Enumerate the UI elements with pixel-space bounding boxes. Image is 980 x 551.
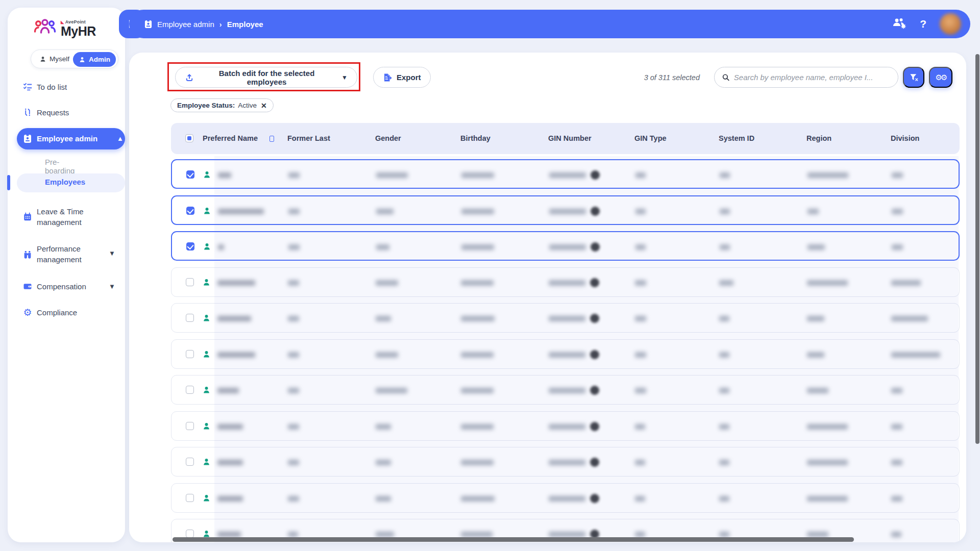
- sidebar-item-leave-time[interactable]: Leave & Time management: [8, 206, 125, 228]
- table-row[interactable]: [171, 195, 960, 225]
- blurred-birthday: [461, 244, 494, 250]
- blurred-gin-type: [635, 280, 646, 286]
- row-checkbox[interactable]: [186, 278, 194, 286]
- blurred-birthday: [461, 460, 494, 465]
- column-header-gin-type: GIN Type: [634, 123, 667, 154]
- eye-icon[interactable]: [590, 494, 599, 503]
- eye-icon[interactable]: [590, 314, 599, 323]
- eye-icon[interactable]: [590, 458, 599, 467]
- masked-gin-number: [549, 388, 585, 393]
- sidebar-item-employee-admin[interactable]: Employee admin ▲: [17, 128, 125, 149]
- eye-icon[interactable]: [591, 242, 600, 252]
- column-header-preferred-name: Preferred Name: [203, 123, 258, 154]
- blurred-system-id: [720, 172, 730, 178]
- blurred-gin-type: [635, 172, 646, 178]
- blurred-name: [217, 388, 239, 393]
- search-input[interactable]: [734, 73, 891, 82]
- employee-person-icon: [203, 170, 211, 181]
- user-avatar[interactable]: [940, 13, 961, 35]
- eye-icon[interactable]: [590, 350, 599, 359]
- row-checkbox[interactable]: [186, 170, 194, 179]
- wallet-icon: [23, 282, 32, 291]
- select-all-checkbox[interactable]: [185, 134, 193, 142]
- table-row[interactable]: [171, 303, 960, 333]
- breadcrumb-section[interactable]: Employee admin: [157, 20, 214, 29]
- sidebar-item-employees[interactable]: Employees: [17, 173, 125, 192]
- badge-icon: [144, 20, 152, 29]
- row-checkbox[interactable]: [186, 422, 194, 430]
- clear-filter-button[interactable]: [903, 67, 924, 88]
- admin-users-icon[interactable]: [892, 17, 906, 31]
- blurred-division: [891, 388, 902, 393]
- employee-person-icon: [203, 207, 211, 217]
- horizontal-scrollbar[interactable]: [173, 537, 854, 542]
- table-row[interactable]: [171, 375, 960, 405]
- blurred-name: [217, 316, 251, 321]
- close-icon[interactable]: ✕: [261, 102, 267, 110]
- blurred-region: [807, 316, 824, 321]
- blurred-birthday: [461, 532, 493, 537]
- column-header-birthday: Birthday: [460, 123, 491, 154]
- eye-icon[interactable]: [591, 170, 600, 180]
- blurred-region: [807, 172, 848, 178]
- eye-icon[interactable]: [590, 422, 599, 431]
- sidebar-item-compliance[interactable]: ⚙ Compliance: [8, 307, 125, 318]
- pin-column-icon[interactable]: [270, 136, 274, 142]
- blurred-birthday: [461, 209, 494, 214]
- blurred-division: [891, 496, 902, 502]
- sidebar-item-todo-list[interactable]: To do list: [8, 81, 125, 92]
- vertical-scrollbar[interactable]: [975, 54, 979, 444]
- blurred-name: [217, 280, 255, 286]
- blurred-former-last: [288, 209, 300, 214]
- blurred-system-id: [719, 316, 729, 321]
- export-button[interactable]: Export: [373, 67, 431, 88]
- sidebar-item-compensation[interactable]: Compensation ▼: [8, 281, 125, 292]
- row-checkbox[interactable]: [186, 530, 194, 538]
- toggle-myself[interactable]: Myself: [31, 55, 69, 63]
- calendar-icon: [23, 212, 32, 221]
- filter-x-icon: [909, 72, 919, 82]
- blurred-gin-type: [635, 388, 646, 393]
- employee-person-icon: [203, 242, 211, 253]
- table-row[interactable]: [171, 267, 960, 297]
- column-header-system-id: System ID: [719, 123, 754, 154]
- blurred-division: [891, 352, 940, 358]
- sidebar-item-requests[interactable]: Requests: [8, 107, 125, 118]
- masked-gin-number: [549, 460, 585, 465]
- table-row[interactable]: [171, 447, 960, 477]
- binoculars-icon: [23, 249, 32, 259]
- column-settings-button[interactable]: ⚙⚙: [929, 67, 952, 88]
- row-checkbox[interactable]: [186, 386, 194, 394]
- row-checkbox[interactable]: [186, 242, 194, 251]
- table-row[interactable]: [171, 411, 960, 441]
- eye-icon[interactable]: [591, 207, 600, 216]
- table-row[interactable]: [171, 159, 960, 189]
- blurred-region: [807, 460, 848, 465]
- blurred-name: [217, 424, 243, 430]
- gear-icon: ⚙: [23, 308, 32, 317]
- masked-gin-number: [549, 496, 585, 502]
- table-header: Preferred Name Former Last Gender Birthd…: [171, 123, 960, 154]
- table-row[interactable]: [171, 483, 960, 513]
- eye-icon[interactable]: [590, 278, 599, 287]
- blurred-gender: [376, 244, 389, 250]
- sidebar-item-performance[interactable]: Performance management ▼: [8, 243, 125, 265]
- table-row[interactable]: [171, 231, 960, 261]
- row-checkbox[interactable]: [186, 207, 194, 215]
- blurred-system-id: [720, 209, 730, 214]
- row-checkbox[interactable]: [186, 458, 194, 466]
- chevron-up-icon: ▲: [117, 135, 124, 142]
- role-toggle[interactable]: Myself Admin: [31, 49, 118, 68]
- row-checkbox[interactable]: [186, 314, 194, 322]
- filter-chip-employee-status[interactable]: Employee Status: Active ✕: [170, 98, 274, 112]
- batch-edit-button[interactable]: Batch edit for the selected employees ▼: [175, 67, 357, 88]
- help-icon[interactable]: ?: [920, 18, 926, 30]
- toggle-admin[interactable]: Admin: [73, 52, 116, 67]
- blurred-gin-type: [635, 424, 645, 430]
- eye-icon[interactable]: [590, 386, 599, 395]
- table-row[interactable]: [171, 339, 960, 369]
- top-header-bar: Employee admin › Employee ?: [129, 10, 970, 38]
- row-checkbox[interactable]: [186, 494, 194, 502]
- row-checkbox[interactable]: [186, 350, 194, 358]
- blurred-region: [807, 388, 828, 393]
